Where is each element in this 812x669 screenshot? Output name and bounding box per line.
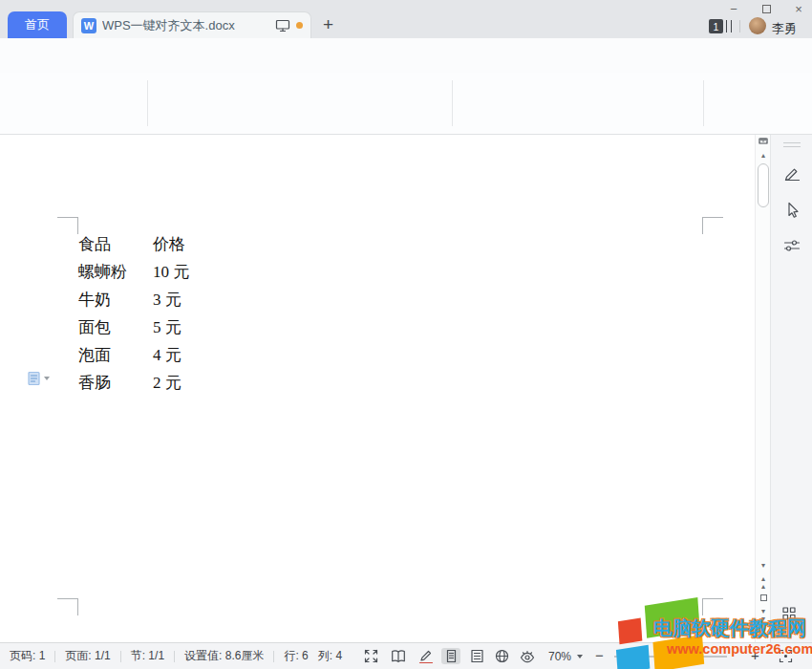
window-count-badge[interactable]: 1 xyxy=(709,19,723,33)
fullscreen-icon[interactable] xyxy=(361,648,380,664)
watermark-site-name: 电脑软硬件教程网 xyxy=(653,615,806,641)
ink-mode-icon[interactable] xyxy=(417,648,436,664)
food-item: 泡面 xyxy=(78,346,111,364)
doc-row: 香肠2 元 xyxy=(78,372,460,393)
doc-row: 食品价格 xyxy=(78,233,460,254)
food-price: 10 元 xyxy=(153,261,189,283)
titlebar: 首页 W WPS一键对齐文本.docx + − × 1 李勇 xyxy=(0,0,812,38)
adjust-settings-icon[interactable] xyxy=(783,238,801,253)
status-page[interactable]: 页面: 1/1 xyxy=(55,648,119,664)
scrollbar-thumb[interactable] xyxy=(758,163,769,207)
ruler-toggle-icon[interactable] xyxy=(759,138,768,147)
scroll-up-icon[interactable]: ▴ xyxy=(756,152,771,160)
zoom-dropdown-icon[interactable] xyxy=(577,655,583,658)
margin-mark-bottom-left xyxy=(57,598,78,615)
food-item: 食品 xyxy=(78,235,111,253)
food-item: 牛奶 xyxy=(78,291,111,309)
paste-options-dropdown-icon[interactable] xyxy=(44,377,50,380)
doc-row: 牛奶3 元 xyxy=(78,289,460,310)
watermark-site-url: www.computer26.com xyxy=(667,641,812,657)
new-tab-button[interactable]: + xyxy=(323,14,333,35)
food-price: 2 元 xyxy=(153,372,182,394)
close-button[interactable]: × xyxy=(787,1,810,16)
doc-row: 螺蛳粉10 元 xyxy=(78,261,460,282)
wps-writer-icon: W xyxy=(81,18,96,33)
web-layout-icon[interactable] xyxy=(492,648,511,664)
zoom-level[interactable]: 70% xyxy=(548,650,571,663)
food-price: 价格 xyxy=(153,233,185,255)
read-mode-icon[interactable] xyxy=(389,648,408,664)
select-browse-object-icon[interactable] xyxy=(760,594,767,601)
document-title: WPS一键对齐文本.docx xyxy=(102,17,235,34)
user-avatar[interactable] xyxy=(749,17,766,34)
minimize-button[interactable]: − xyxy=(722,1,745,16)
ribbon: 粘贴 ✂ 剪切 复制 格式刷 Times New Roma 小二 A+ A− w… xyxy=(0,73,812,135)
food-item: 面包 xyxy=(78,318,111,336)
previous-page-icon[interactable]: ▴▴ xyxy=(756,575,771,591)
print-layout-icon[interactable] xyxy=(441,648,460,664)
paste-options-icon[interactable] xyxy=(27,371,41,386)
food-item: 香肠 xyxy=(78,374,111,392)
food-price: 3 元 xyxy=(153,289,182,311)
food-price: 5 元 xyxy=(153,316,182,338)
doc-row: 面包5 元 xyxy=(78,316,460,337)
zoom-out-button[interactable]: − xyxy=(595,647,604,663)
ink-pen-icon[interactable] xyxy=(783,166,801,183)
menubar: 文件 ↶ ↷ 开始 插入 页面布局 引用 审阅 视图 章节 开发工具 特色功能 … xyxy=(0,38,812,73)
status-line: 行: 6 xyxy=(274,648,317,664)
maximize-button[interactable] xyxy=(755,1,778,16)
unsaved-indicator-dot xyxy=(296,22,303,29)
sidebar-drag-handle[interactable] xyxy=(783,142,801,147)
food-price: 4 元 xyxy=(153,344,182,366)
home-tab[interactable]: 首页 xyxy=(8,11,67,38)
titlebar-divider xyxy=(739,20,740,32)
food-item: 螺蛳粉 xyxy=(78,263,127,281)
user-name[interactable]: 李勇 xyxy=(772,20,797,37)
scroll-down-icon[interactable]: ▾ xyxy=(756,562,771,570)
margin-mark-top-left xyxy=(57,217,78,234)
monitor-icon[interactable] xyxy=(275,19,290,32)
status-page-number[interactable]: 页码: 1 xyxy=(0,648,54,664)
right-sidebar xyxy=(770,135,812,642)
status-section[interactable]: 节: 1/1 xyxy=(121,648,174,664)
vertical-scrollbar[interactable]: ▴ ▾ ▴▴ ▾▾ xyxy=(755,135,770,642)
document-tab[interactable]: W WPS一键对齐文本.docx xyxy=(73,11,311,38)
outline-view-icon[interactable] xyxy=(467,648,486,664)
wps-window: 首页 W WPS一键对齐文本.docx + − × 1 李勇 文件 xyxy=(0,0,812,669)
document-canvas[interactable]: 食品价格 螺蛳粉10 元 牛奶3 元 面包5 元 泡面4 元 香肠2 元 xyxy=(0,135,755,642)
margin-mark-top-right xyxy=(702,217,723,234)
eye-protection-icon[interactable] xyxy=(518,648,537,664)
doc-row: 泡面4 元 xyxy=(78,344,460,365)
select-cursor-icon[interactable] xyxy=(784,202,801,220)
status-column: 列: 4 xyxy=(318,648,352,664)
window-stack-icon xyxy=(726,20,732,32)
status-setting-value[interactable]: 设置值: 8.6厘米 xyxy=(175,648,273,664)
